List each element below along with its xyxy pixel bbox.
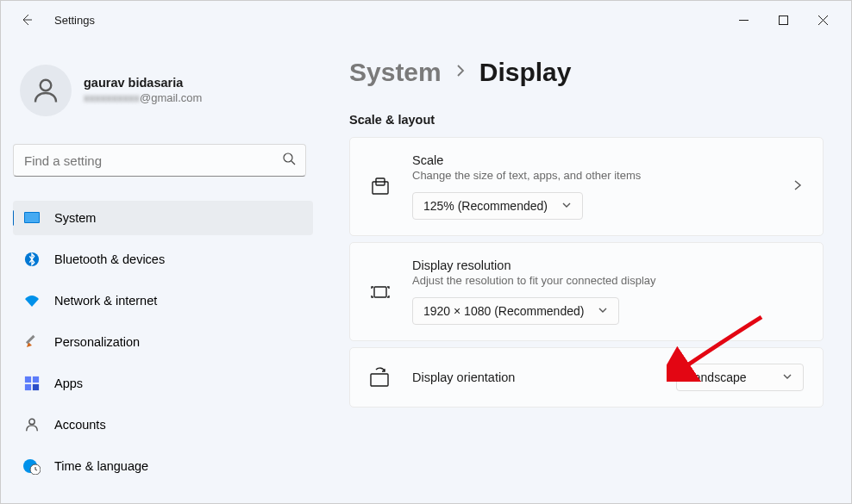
svg-rect-10 bbox=[33, 384, 39, 390]
nav-label: Time & language bbox=[54, 459, 148, 473]
svg-rect-9 bbox=[25, 384, 31, 390]
sidebar-item-personalization[interactable]: Personalization bbox=[13, 325, 313, 359]
orientation-card: Display orientation Landscape bbox=[349, 347, 824, 408]
profile-name: gaurav bidasaria bbox=[84, 76, 202, 90]
breadcrumb-current: Display bbox=[479, 58, 572, 87]
chevron-right-icon bbox=[792, 179, 804, 195]
profile-email: xxxxxxxxxx@gmail.com bbox=[84, 90, 202, 105]
paintbrush-icon bbox=[23, 333, 41, 351]
chevron-down-icon bbox=[782, 370, 792, 384]
nav-list: System Bluetooth & devices Network & int… bbox=[13, 201, 318, 503]
search-icon bbox=[282, 152, 296, 169]
orientation-dropdown[interactable]: Landscape bbox=[676, 364, 804, 391]
apps-icon bbox=[23, 375, 41, 392]
breadcrumb-parent[interactable]: System bbox=[349, 58, 442, 87]
svg-rect-16 bbox=[374, 287, 386, 297]
breadcrumb: System Display bbox=[349, 58, 824, 87]
app-title: Settings bbox=[54, 14, 95, 27]
sidebar-item-network[interactable]: Network & internet bbox=[13, 283, 313, 318]
nav-label: Network & internet bbox=[54, 294, 157, 308]
chevron-right-icon bbox=[454, 64, 467, 81]
scale-desc: Change the size of text, apps, and other… bbox=[412, 169, 804, 182]
resolution-card: Display resolution Adjust the resolution… bbox=[349, 242, 824, 341]
system-icon bbox=[23, 209, 41, 227]
nav-label: Accounts bbox=[54, 418, 106, 432]
sidebar-item-time[interactable]: Time & language bbox=[13, 449, 313, 483]
nav-label: Bluetooth & devices bbox=[54, 252, 165, 266]
resolution-icon bbox=[369, 281, 392, 303]
resolution-desc: Adjust the resolution to fit your connec… bbox=[412, 274, 804, 287]
nav-label: System bbox=[54, 211, 96, 225]
main-content: System Display Scale & layout Scale Chan… bbox=[318, 39, 851, 503]
svg-rect-0 bbox=[779, 16, 787, 24]
scale-icon bbox=[369, 177, 392, 197]
bluetooth-icon bbox=[23, 251, 41, 268]
scale-title: Scale bbox=[412, 153, 804, 167]
chevron-down-icon bbox=[561, 199, 572, 213]
profile-section[interactable]: gaurav bidasaria xxxxxxxxxx@gmail.com bbox=[13, 39, 318, 137]
svg-point-11 bbox=[29, 419, 34, 424]
nav-label: Personalization bbox=[54, 335, 140, 349]
sidebar-item-accounts[interactable]: Accounts bbox=[13, 408, 313, 442]
wifi-icon bbox=[23, 292, 41, 309]
back-icon[interactable] bbox=[20, 13, 34, 27]
accounts-icon bbox=[23, 416, 41, 433]
sidebar: gaurav bidasaria xxxxxxxxxx@gmail.com bbox=[1, 39, 318, 503]
svg-point-1 bbox=[41, 80, 52, 91]
sidebar-item-bluetooth[interactable]: Bluetooth & devices bbox=[13, 242, 313, 277]
orientation-title: Display orientation bbox=[412, 370, 655, 384]
minimize-button[interactable] bbox=[724, 6, 763, 34]
search-wrapper bbox=[13, 144, 306, 177]
svg-rect-17 bbox=[371, 374, 388, 386]
search-input[interactable] bbox=[13, 144, 306, 177]
maximize-button[interactable] bbox=[763, 6, 803, 34]
svg-rect-8 bbox=[33, 376, 39, 383]
scale-dropdown[interactable]: 125% (Recommended) bbox=[412, 192, 583, 220]
resolution-dropdown[interactable]: 1920 × 1080 (Recommended) bbox=[412, 297, 619, 325]
svg-rect-14 bbox=[373, 182, 388, 194]
window-controls bbox=[724, 6, 843, 34]
titlebar: Settings bbox=[1, 1, 851, 39]
svg-rect-7 bbox=[25, 376, 31, 383]
globe-clock-icon bbox=[23, 457, 41, 475]
scale-card[interactable]: Scale Change the size of text, apps, and… bbox=[349, 137, 824, 236]
svg-rect-6 bbox=[26, 335, 35, 345]
close-button[interactable] bbox=[803, 6, 843, 34]
sidebar-item-system[interactable]: System bbox=[13, 201, 313, 235]
svg-rect-4 bbox=[25, 213, 39, 222]
section-heading: Scale & layout bbox=[349, 113, 824, 127]
chevron-down-icon bbox=[598, 304, 608, 318]
sidebar-item-apps[interactable]: Apps bbox=[13, 366, 313, 401]
orientation-icon bbox=[369, 366, 392, 389]
avatar bbox=[20, 65, 72, 116]
nav-label: Apps bbox=[54, 376, 83, 390]
resolution-title: Display resolution bbox=[412, 258, 804, 272]
svg-point-2 bbox=[284, 153, 292, 162]
